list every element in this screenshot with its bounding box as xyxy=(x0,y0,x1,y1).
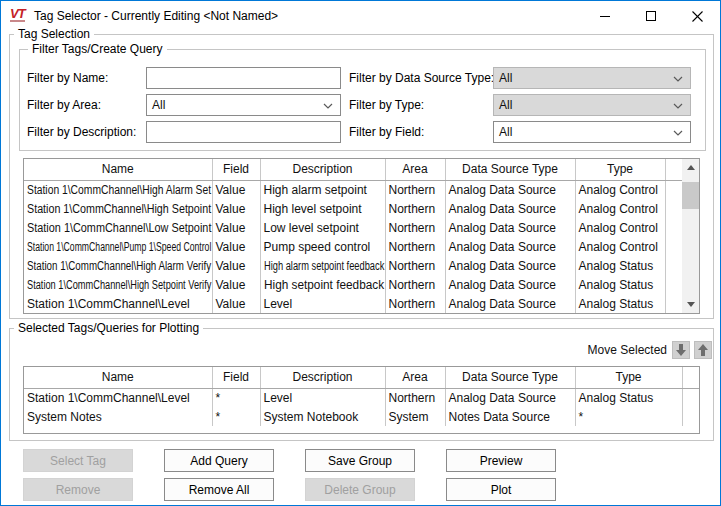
remove-all-button[interactable]: Remove All xyxy=(164,478,274,501)
vtscada-logo-icon: VT xyxy=(10,7,30,25)
filter-by-type-select[interactable]: All xyxy=(493,94,691,116)
filter-by-name-input[interactable] xyxy=(146,67,341,89)
table-cell[interactable]: Analog Status xyxy=(575,256,665,275)
filter-by-area-select[interactable]: All xyxy=(146,94,341,116)
table-cell[interactable]: Value xyxy=(212,275,260,294)
table-cell[interactable]: Value xyxy=(212,218,260,237)
table-row[interactable]: Station 1\CommChannel\High Setpoint Veri… xyxy=(24,275,682,294)
table-cell[interactable]: Analog Control xyxy=(575,199,665,218)
table-row[interactable]: Station 1\CommChannel\Level*LevelNorther… xyxy=(24,388,699,407)
maximize-button[interactable] xyxy=(628,1,674,31)
column-header[interactable]: Type xyxy=(575,367,682,388)
move-up-button[interactable] xyxy=(694,341,712,359)
filter-by-field-select[interactable]: All xyxy=(493,121,691,143)
table-cell[interactable]: Analog Data Source xyxy=(445,256,575,275)
table-row[interactable]: Station 1\CommChannel\High Alarm VerifyV… xyxy=(24,256,682,275)
table-cell[interactable]: Northern xyxy=(385,199,445,218)
table-cell[interactable]: Station 1\CommChannel\High Alarm Set xyxy=(24,180,212,199)
table-cell[interactable]: High setpoint feedback xyxy=(260,275,385,294)
table-cell[interactable]: Analog Data Source xyxy=(445,180,575,199)
table-cell[interactable]: Analog Data Source xyxy=(445,199,575,218)
save-group-button[interactable]: Save Group xyxy=(305,449,415,472)
table-cell[interactable]: Northern xyxy=(385,275,445,294)
filter-by-description-label: Filter by Description: xyxy=(27,121,136,143)
table-row[interactable]: Station 1\CommChannel\Pump 1\Speed Contr… xyxy=(24,237,682,256)
table-row[interactable]: System Notes*System NotebookSystemNotes … xyxy=(24,407,699,426)
table-cell[interactable]: Analog Data Source xyxy=(445,388,575,407)
table-cell[interactable]: Level xyxy=(260,294,385,313)
column-header[interactable]: Data Source Type xyxy=(445,159,575,180)
plot-button[interactable]: Plot xyxy=(446,478,556,501)
table-row[interactable]: Station 1\CommChannel\LevelValueLevelNor… xyxy=(24,294,682,313)
table-cell[interactable]: * xyxy=(575,407,682,426)
table-cell[interactable]: Value xyxy=(212,237,260,256)
table-cell[interactable]: Station 1\CommChannel\High Alarm Verify xyxy=(24,256,212,275)
table-cell[interactable]: Analog Status xyxy=(575,275,665,294)
table-cell[interactable]: Analog Data Source xyxy=(445,275,575,294)
column-header[interactable]: Area xyxy=(385,159,445,180)
column-header[interactable]: Name xyxy=(24,367,212,388)
table-cell[interactable]: Analog Data Source xyxy=(445,294,575,313)
table-row[interactable]: Station 1\CommChannel\High Alarm SetValu… xyxy=(24,180,682,199)
table-cell[interactable]: Northern xyxy=(385,180,445,199)
table-cell[interactable]: Northern xyxy=(385,256,445,275)
close-button[interactable] xyxy=(674,1,720,31)
table-cell[interactable]: System Notes xyxy=(24,407,212,426)
table-cell[interactable]: Station 1\CommChannel\Low Setpoint xyxy=(24,218,212,237)
preview-button[interactable]: Preview xyxy=(446,449,556,472)
table-cell[interactable]: Notes Data Source xyxy=(445,407,575,426)
table-cell[interactable]: High level setpoint xyxy=(260,199,385,218)
column-header[interactable]: Data Source Type xyxy=(445,367,575,388)
scroll-down-button[interactable] xyxy=(682,296,699,313)
table-cell[interactable]: Station 1\CommChannel\High Setpoint xyxy=(24,199,212,218)
table-cell[interactable]: Northern xyxy=(385,294,445,313)
minimize-button[interactable] xyxy=(582,1,628,31)
table-cell[interactable]: * xyxy=(212,407,260,426)
table-cell[interactable]: Station 1\CommChannel\High Setpoint Veri… xyxy=(24,275,212,294)
table-cell[interactable]: System Notebook xyxy=(260,407,385,426)
column-header[interactable]: Type xyxy=(575,159,665,180)
scroll-up-button[interactable] xyxy=(682,159,699,176)
table-cell[interactable]: Analog Data Source xyxy=(445,218,575,237)
table-row[interactable]: Station 1\CommChannel\Low SetpointValueL… xyxy=(24,218,682,237)
table-cell[interactable]: * xyxy=(212,388,260,407)
filter-group-label: Filter Tags/Create Query xyxy=(28,42,167,56)
filter-by-description-input[interactable] xyxy=(146,121,341,143)
table-cell[interactable]: Value xyxy=(212,294,260,313)
table-cell[interactable]: Level xyxy=(260,388,385,407)
table-cell[interactable]: Value xyxy=(212,180,260,199)
table-cell[interactable]: Analog Data Source xyxy=(445,237,575,256)
add-query-button[interactable]: Add Query xyxy=(164,449,274,472)
table-row[interactable]: Station 1\CommChannel\High SetpointValue… xyxy=(24,199,682,218)
table-cell[interactable]: Northern xyxy=(385,237,445,256)
move-down-button[interactable] xyxy=(672,341,690,359)
scrollbar-thumb[interactable] xyxy=(682,182,699,209)
table-cell[interactable]: Low level setpoint xyxy=(260,218,385,237)
column-header[interactable]: Description xyxy=(260,159,385,180)
table-cell[interactable]: Analog Control xyxy=(575,180,665,199)
table-cell[interactable]: High alarm setpoint xyxy=(260,180,385,199)
table-cell[interactable]: Pump speed control xyxy=(260,237,385,256)
column-header[interactable]: Description xyxy=(260,367,385,388)
arrow-down-icon xyxy=(675,343,687,357)
column-header[interactable]: Name xyxy=(24,159,212,180)
filter-by-data-source-type-select[interactable]: All xyxy=(493,67,691,89)
column-header[interactable]: Field xyxy=(212,159,260,180)
column-header[interactable]: Area xyxy=(385,367,445,388)
table-cell[interactable]: Station 1\CommChannel\Level xyxy=(24,294,212,313)
vertical-scrollbar[interactable] xyxy=(682,159,699,313)
table-cell[interactable]: Value xyxy=(212,199,260,218)
table-cell[interactable]: High alarm setpoint feedback xyxy=(260,256,385,275)
table-cell[interactable]: Station 1\CommChannel\Level xyxy=(24,388,212,407)
table-cell[interactable]: Analog Control xyxy=(575,237,665,256)
filler-cell xyxy=(682,407,699,426)
table-cell[interactable]: Analog Status xyxy=(575,388,682,407)
table-cell[interactable]: Value xyxy=(212,256,260,275)
table-cell[interactable]: Northern xyxy=(385,388,445,407)
table-cell[interactable]: Station 1\CommChannel\Pump 1\Speed Contr… xyxy=(24,237,212,256)
table-cell[interactable]: Analog Status xyxy=(575,294,665,313)
table-cell[interactable]: System xyxy=(385,407,445,426)
column-header[interactable]: Field xyxy=(212,367,260,388)
table-cell[interactable]: Analog Control xyxy=(575,218,665,237)
table-cell[interactable]: Northern xyxy=(385,218,445,237)
